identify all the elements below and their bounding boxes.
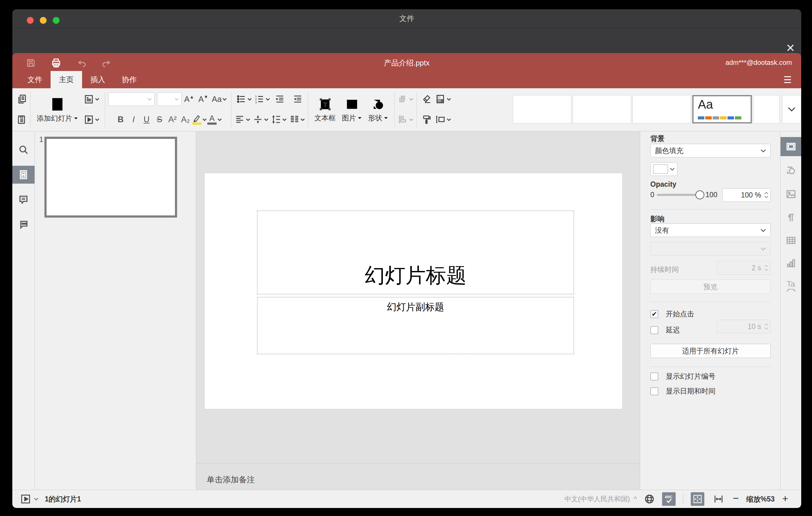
increase-font-icon[interactable]: A▲ [182, 92, 196, 106]
image-settings-icon[interactable] [781, 184, 801, 204]
theme-thumbnail[interactable] [633, 95, 691, 123]
shape-settings-icon[interactable] [781, 161, 801, 180]
paragraph-settings-icon[interactable] [781, 208, 801, 227]
numbering-icon[interactable]: 123 [254, 94, 270, 104]
opacity-spinner[interactable]: 100 % [722, 188, 771, 202]
zoom-in-icon[interactable]: + [782, 492, 788, 505]
macos-titlebar: 文件 [12, 9, 801, 28]
copy-button[interactable] [17, 94, 27, 104]
show-slide-number-row[interactable]: 显示幻灯片编号 [650, 372, 716, 381]
paste-button[interactable] [17, 114, 27, 125]
tab-collaboration[interactable]: 协作 [114, 71, 145, 88]
theme-thumbnail[interactable] [753, 95, 780, 123]
toolbar-separator [231, 92, 231, 127]
duration-spinner[interactable]: 2 s [717, 261, 771, 275]
start-slideshow-status-icon[interactable] [20, 494, 31, 504]
bullets-icon[interactable] [236, 94, 252, 104]
background-fill-select[interactable]: 颜色填充 [650, 144, 771, 157]
copy-style-icon[interactable] [422, 114, 432, 125]
font-name-combo[interactable] [108, 92, 154, 106]
theme-color-chip [720, 116, 727, 119]
menu-icon[interactable]: ☰ [781, 74, 794, 86]
horizontal-align-icon[interactable] [234, 114, 250, 125]
title-placeholder[interactable]: 幻灯片标题 [257, 210, 574, 294]
theme-gallery-expand-icon[interactable] [782, 95, 801, 123]
app-window: 文件 ✕ 产品介绍.pptx adm***@dootask.com 文件 主页 … [12, 9, 801, 508]
fit-to-width-icon[interactable] [712, 492, 725, 506]
subscript-button[interactable]: A₂ [179, 115, 192, 124]
show-date-time-checkbox[interactable] [650, 387, 658, 395]
comments-icon[interactable] [12, 191, 34, 209]
theme-thumbnail[interactable] [513, 95, 571, 123]
opacity-label: Opacity [650, 180, 676, 189]
table-settings-icon[interactable] [781, 231, 801, 250]
italic-button[interactable]: I [127, 115, 140, 124]
insert-shape-button[interactable]: 形状 [365, 89, 391, 131]
language-indicator[interactable]: 中文(中华人民共和国) [564, 494, 630, 504]
delay-checkbox[interactable] [650, 326, 658, 334]
effect-type-select-disabled[interactable] [650, 242, 771, 256]
notes-area[interactable]: 单击添加备注 [196, 463, 640, 490]
vertical-align-icon[interactable] [253, 114, 268, 125]
set-language-globe-icon[interactable] [644, 494, 655, 504]
change-case-icon[interactable]: Aa [211, 92, 228, 106]
slide[interactable]: 幻灯片标题 幻灯片副标题 [204, 173, 622, 409]
slide-layout-button[interactable] [84, 94, 99, 104]
effect-value: 没有 [655, 226, 669, 235]
clear-style-icon[interactable] [421, 94, 432, 104]
tab-home[interactable]: 主页 [51, 71, 82, 88]
fit-to-slide-icon[interactable] [691, 492, 704, 506]
zoom-out-icon[interactable]: − [733, 492, 739, 504]
insert-image-button[interactable]: 图片 [339, 89, 365, 131]
start-on-click-row[interactable]: ✔ 开始点击 [650, 309, 694, 319]
bold-button[interactable]: B [114, 115, 127, 124]
underline-button[interactable]: U [140, 115, 153, 124]
show-slide-number-checkbox[interactable] [650, 372, 658, 380]
preview-button[interactable]: 预览 [650, 280, 771, 294]
opacity-slider-thumb[interactable] [695, 191, 704, 199]
strikethrough-button[interactable]: S [153, 115, 166, 124]
search-icon[interactable] [12, 141, 34, 159]
textart-settings-icon[interactable]: Ta [781, 276, 801, 295]
font-color-icon[interactable]: A [207, 114, 222, 125]
delay-row[interactable]: 延迟 [650, 325, 680, 335]
opacity-slider[interactable] [657, 194, 700, 196]
theme-thumbnail[interactable] [573, 95, 631, 123]
insert-textbox-button[interactable]: T 文本框 [311, 89, 339, 131]
apply-to-all-slides-button[interactable]: 适用于所有幻灯片 [650, 344, 771, 358]
decrease-indent-icon[interactable] [274, 94, 285, 104]
superscript-button[interactable]: A² [166, 115, 179, 124]
theme-color-chip [705, 116, 712, 119]
delay-spinner[interactable]: 10 s [717, 320, 771, 333]
theme-thumbnail-selected[interactable]: Aa [692, 95, 752, 123]
slides-panel-icon[interactable] [12, 166, 34, 183]
start-slideshow-button[interactable] [84, 114, 99, 125]
background-label: 背景 [650, 134, 665, 144]
document-header: 产品介绍.pptx adm***@dootask.com 文件 主页 插入 协作… [12, 53, 801, 88]
tab-file[interactable]: 文件 [19, 71, 51, 88]
chat-icon[interactable] [12, 216, 34, 233]
start-on-click-checkbox[interactable]: ✔ [650, 310, 658, 318]
line-spacing-icon[interactable] [271, 114, 287, 125]
slide-settings-icon[interactable] [781, 137, 801, 156]
columns-icon[interactable] [289, 114, 305, 125]
highlight-color-icon[interactable] [192, 114, 207, 125]
slide-size-icon[interactable] [435, 114, 451, 125]
subtitle-placeholder[interactable]: 幻灯片副标题 [257, 297, 574, 354]
spell-check-icon[interactable]: ABC [662, 492, 676, 506]
tab-insert[interactable]: 插入 [82, 71, 114, 88]
background-color-swatch[interactable] [650, 162, 677, 176]
color-scheme-icon[interactable] [435, 93, 451, 105]
toolbar-separator [105, 92, 105, 127]
font-size-combo[interactable] [157, 92, 182, 106]
chart-settings-icon[interactable] [781, 254, 801, 273]
effect-select[interactable]: 没有 [650, 224, 771, 237]
arrange-shapes-icon[interactable] [398, 94, 413, 104]
decrease-font-icon[interactable]: A▼ [197, 92, 210, 106]
show-date-time-row[interactable]: 显示日期和时间 [650, 386, 716, 396]
slideshow-options-chevron-icon[interactable] [34, 497, 38, 500]
increase-indent-icon[interactable] [292, 94, 303, 104]
slide-thumbnail[interactable] [45, 137, 177, 218]
add-slide-button[interactable]: 添加幻灯片 [34, 89, 81, 131]
align-shapes-icon[interactable] [398, 114, 413, 125]
